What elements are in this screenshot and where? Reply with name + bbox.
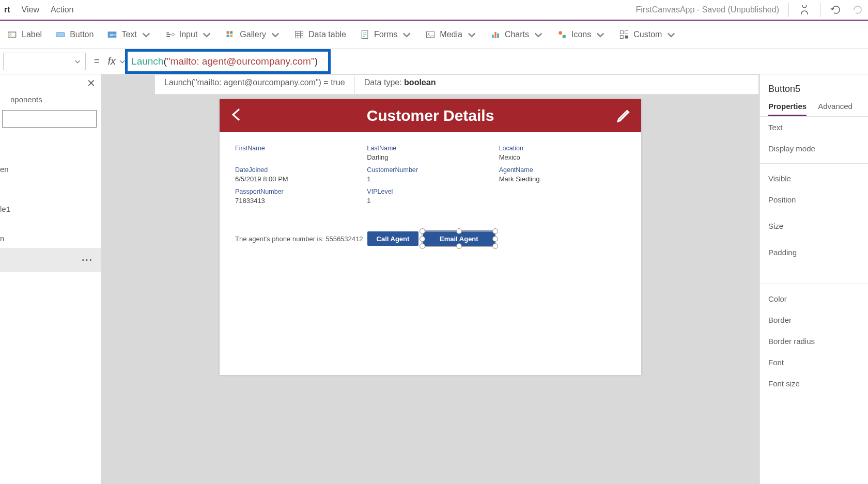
- svg-rect-14: [494, 32, 496, 38]
- chevron-down-icon: [202, 29, 212, 40]
- tree-item[interactable]: n: [0, 229, 101, 248]
- separator: [760, 284, 868, 284]
- ribbon-icons[interactable]: Icons: [557, 29, 606, 40]
- selected-control[interactable]: Email Agent: [423, 231, 495, 246]
- prop-visible[interactable]: Visible: [760, 168, 868, 189]
- media-icon: [425, 29, 436, 40]
- ribbon-datatable-label: Data table: [308, 30, 346, 39]
- prop-size[interactable]: Size: [760, 210, 868, 237]
- edit-icon[interactable]: [615, 106, 632, 129]
- ribbon-text[interactable]: Abc Text: [107, 29, 151, 40]
- field-datejoined: DateJoined6/5/2019 8:00 PM: [235, 166, 362, 183]
- ribbon-forms[interactable]: Forms: [360, 29, 412, 40]
- ribbon-custom[interactable]: Custom: [619, 29, 676, 40]
- menu-insert[interactable]: rt: [4, 5, 10, 14]
- field-passportnumber: PassportNumber71833413: [235, 188, 362, 205]
- field-value: Mark Siedling: [499, 175, 626, 183]
- undo-icon[interactable]: [830, 4, 842, 16]
- app-checker-icon[interactable]: [798, 4, 811, 16]
- prop-font[interactable]: Font: [760, 352, 868, 373]
- tree-tab-components[interactable]: nponents: [0, 92, 101, 109]
- tree-item-selected[interactable]: ⋯: [0, 248, 101, 272]
- agent-phone-label: The agent's phone number is: 5556532412: [235, 235, 363, 243]
- back-icon[interactable]: [229, 105, 245, 128]
- property-selector[interactable]: [3, 53, 86, 70]
- close-icon[interactable]: ✕: [87, 77, 96, 89]
- prop-padding[interactable]: Padding: [760, 237, 868, 263]
- field-location: LocationMexico: [499, 145, 626, 161]
- intellisense-bar: Launch("mailto: agent@ourcompany.com") =…: [155, 75, 758, 95]
- tree-items: en le1 n ⋯: [0, 134, 101, 484]
- formula-data-type: Data type: boolean: [354, 75, 445, 94]
- call-agent-button[interactable]: Call Agent: [367, 231, 419, 246]
- field-label: DateJoined: [235, 166, 362, 174]
- field-label: FirstName: [235, 145, 362, 152]
- resize-handle[interactable]: [492, 228, 498, 234]
- field-label: AgentName: [499, 166, 626, 174]
- field-value: Mexico: [499, 153, 626, 161]
- formula-string: "mailto: agent@ourcompany.com": [167, 56, 315, 67]
- svg-rect-21: [625, 35, 628, 38]
- prop-font-size[interactable]: Font size: [760, 373, 868, 394]
- chevron-down-icon: [74, 58, 81, 65]
- tree-item[interactable]: [0, 179, 101, 189]
- forms-icon: [360, 29, 370, 40]
- svg-rect-18: [621, 30, 624, 34]
- ribbon-button[interactable]: Button: [55, 29, 94, 40]
- field-label: VIPLevel: [367, 188, 493, 195]
- svg-rect-19: [625, 30, 628, 34]
- action-row: The agent's phone number is: 5556532412 …: [220, 214, 641, 263]
- ribbon-icons-label: Icons: [571, 30, 591, 39]
- svg-rect-13: [492, 35, 493, 38]
- more-icon[interactable]: ⋯: [81, 253, 94, 267]
- equals-sign: =: [86, 56, 108, 67]
- ribbon-media[interactable]: Media: [425, 29, 477, 40]
- prop-text[interactable]: Text: [760, 117, 868, 138]
- tree-item[interactable]: le1: [0, 199, 101, 218]
- prop-display-mode[interactable]: Display mode: [760, 138, 868, 159]
- resize-handle[interactable]: [420, 243, 425, 249]
- prop-border[interactable]: Border: [760, 309, 868, 331]
- chevron-down-icon: [467, 29, 477, 40]
- prop-color[interactable]: Color: [760, 288, 868, 309]
- tree-item[interactable]: [0, 139, 101, 149]
- resize-handle[interactable]: [492, 243, 498, 249]
- redo-icon[interactable]: [851, 4, 864, 16]
- tree-item[interactable]: [0, 149, 101, 160]
- ribbon-gallery[interactable]: Gallery: [225, 29, 281, 40]
- tree-item[interactable]: en: [0, 160, 101, 179]
- tree-search-input[interactable]: [2, 110, 97, 128]
- tree-item[interactable]: [0, 218, 101, 229]
- field-value: 71833413: [235, 197, 362, 205]
- svg-rect-5: [227, 31, 229, 34]
- tab-advanced[interactable]: Advanced: [818, 98, 853, 116]
- ribbon-custom-label: Custom: [633, 30, 662, 39]
- canvas[interactable]: Launch("mailto: agent@ourcompany.com") =…: [101, 74, 760, 484]
- prop-position[interactable]: Position: [760, 189, 868, 210]
- input-icon: [165, 29, 175, 40]
- ribbon-charts[interactable]: Charts: [490, 29, 544, 40]
- fx-label[interactable]: fx: [108, 55, 127, 67]
- ribbon-input[interactable]: Input: [165, 29, 212, 40]
- ribbon-input-label: Input: [179, 30, 198, 39]
- menu-view[interactable]: View: [22, 5, 39, 14]
- tree-item[interactable]: [0, 189, 101, 199]
- formula-bar[interactable]: Launch("mailto: agent@ourcompany.com"): [126, 50, 868, 73]
- ribbon-datatable[interactable]: Data table: [294, 29, 346, 40]
- field-value: 6/5/2019 8:00 PM: [235, 175, 362, 183]
- ribbon-label[interactable]: Label: [7, 29, 42, 40]
- ribbon-media-label: Media: [440, 30, 462, 39]
- svg-rect-20: [621, 35, 624, 38]
- svg-rect-9: [296, 31, 303, 38]
- tab-properties[interactable]: Properties: [768, 98, 807, 116]
- resize-handle[interactable]: [492, 236, 498, 242]
- app-status: FirstCanvasApp - Saved (Unpublished): [636, 5, 779, 14]
- resize-handle[interactable]: [456, 243, 462, 249]
- menu-action[interactable]: Action: [51, 5, 73, 14]
- svg-rect-1: [56, 32, 65, 36]
- prop-border-radius[interactable]: Border radius: [760, 331, 868, 352]
- chevron-down-icon: [119, 58, 126, 65]
- field-value: Darling: [367, 153, 493, 161]
- fx-text: fx: [108, 55, 116, 67]
- svg-rect-15: [497, 33, 499, 38]
